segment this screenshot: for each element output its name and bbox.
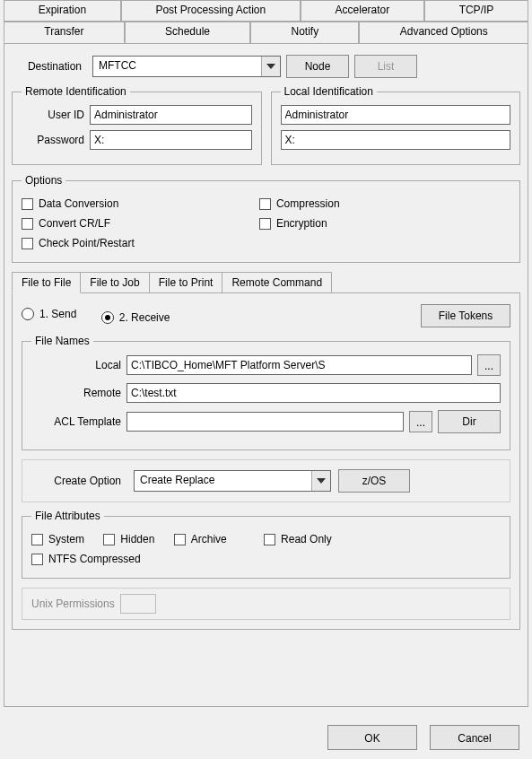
attr-hidden-checkbox[interactable]: Hidden	[103, 533, 154, 545]
create-option-label: Create Option	[31, 475, 126, 487]
encryption-label: Encryption	[276, 217, 327, 230]
attr-system-checkbox[interactable]: System	[31, 533, 84, 545]
attr-readonly-label: Read Only	[281, 533, 332, 545]
tab-row-upper: Expiration Post Processing Action Accele…	[4, 0, 528, 22]
dir-button[interactable]: Dir	[438, 410, 501, 433]
tab-advanced-options[interactable]: Advanced Options	[359, 22, 528, 43]
attr-readonly-checkbox[interactable]: Read Only	[264, 533, 332, 545]
tab-transfer[interactable]: Transfer	[4, 22, 125, 43]
local-password-input[interactable]	[281, 130, 511, 150]
acl-template-input[interactable]	[126, 412, 404, 432]
cancel-button[interactable]: Cancel	[430, 725, 519, 750]
remote-userid-input[interactable]	[90, 105, 252, 125]
identification-group: Remote Identification User ID Password L…	[12, 85, 520, 174]
create-option-value: Create Replace	[135, 471, 311, 491]
local-userid-input[interactable]	[281, 105, 511, 125]
remote-userid-label: User ID	[22, 109, 90, 121]
remote-password-input[interactable]	[90, 130, 252, 150]
subtab-file-to-print[interactable]: File to Print	[149, 272, 223, 293]
attr-archive-label: Archive	[191, 533, 227, 545]
acl-template-label: ACL Template	[31, 415, 121, 428]
destination-value: MFTCC	[93, 57, 261, 76]
acl-template-browse-button[interactable]: ...	[409, 411, 432, 432]
checkpoint-label: Check Point/Restart	[39, 237, 135, 249]
file-to-file-panel: 1. Send 2. Receive File Tokens File Name…	[12, 292, 520, 630]
ok-button[interactable]: OK	[327, 725, 417, 750]
local-id-legend: Local Identification	[281, 85, 377, 98]
tab-tcpip[interactable]: TCP/IP	[424, 0, 528, 22]
tab-row-lower: Transfer Schedule Notify Advanced Option…	[4, 22, 528, 43]
attr-ntfs-label: NTFS Compressed	[48, 553, 141, 565]
receive-radio-label: 2. Receive	[119, 311, 170, 324]
node-button[interactable]: Node	[286, 55, 349, 78]
transfer-dialog: { "tabs_row1": ["Expiration", "Post Proc…	[0, 0, 532, 759]
attr-ntfs-checkbox[interactable]: NTFS Compressed	[31, 553, 141, 565]
local-file-label: Local	[31, 359, 121, 371]
send-radio[interactable]: 1. Send	[22, 308, 76, 320]
file-names-fieldset: File Names Local ... Remote ACL Template…	[22, 335, 510, 450]
remote-id-legend: Remote Identification	[22, 85, 130, 98]
chevron-down-icon[interactable]	[261, 57, 280, 76]
file-attributes-fieldset: File Attributes System Hidden Archive Re…	[22, 510, 510, 579]
zos-button[interactable]: z/OS	[338, 469, 410, 493]
checkpoint-checkbox[interactable]: Check Point/Restart	[22, 237, 135, 249]
tab-accelerator[interactable]: Accelerator	[301, 0, 424, 22]
subtab-remote-command[interactable]: Remote Command	[222, 272, 332, 293]
compression-checkbox[interactable]: Compression	[259, 197, 340, 210]
attr-system-label: System	[48, 533, 84, 545]
subtab-file-to-job[interactable]: File to Job	[80, 272, 149, 293]
unix-permissions-input	[120, 594, 156, 614]
file-tokens-button[interactable]: File Tokens	[421, 304, 510, 327]
tab-expiration[interactable]: Expiration	[4, 0, 121, 22]
transfer-panel: Destination MFTCC Node List Remote Ident…	[4, 43, 528, 707]
attr-archive-checkbox[interactable]: Archive	[174, 533, 227, 545]
remote-identification-fieldset: Remote Identification User ID Password	[12, 85, 262, 165]
attr-hidden-label: Hidden	[120, 533, 154, 545]
send-radio-label: 1. Send	[39, 308, 76, 320]
remote-file-label: Remote	[31, 387, 121, 399]
destination-combo[interactable]: MFTCC	[92, 56, 281, 77]
chevron-down-icon[interactable]	[311, 471, 330, 491]
file-names-legend: File Names	[31, 335, 93, 347]
options-fieldset: Options Data Conversion Convert CR/LF Ch…	[12, 174, 520, 263]
local-file-input[interactable]	[126, 355, 472, 375]
options-legend: Options	[22, 174, 65, 187]
encryption-checkbox[interactable]: Encryption	[259, 217, 327, 230]
create-option-combo[interactable]: Create Replace	[134, 470, 331, 492]
tab-schedule[interactable]: Schedule	[125, 22, 251, 43]
file-attributes-legend: File Attributes	[31, 510, 104, 522]
compression-label: Compression	[276, 197, 340, 210]
local-identification-fieldset: Local Identification	[271, 85, 521, 165]
tab-notify[interactable]: Notify	[250, 22, 359, 43]
remote-password-label: Password	[22, 134, 90, 146]
list-button: List	[354, 55, 417, 78]
dialog-footer: OK Cancel	[327, 725, 519, 750]
subtab-bar: File to File File to Job File to Print R…	[12, 272, 520, 293]
unix-permissions-box: Unix Permissions	[22, 588, 510, 620]
data-conversion-checkbox[interactable]: Data Conversion	[22, 197, 118, 210]
remote-file-input[interactable]	[126, 383, 501, 403]
convert-crlf-checkbox[interactable]: Convert CR/LF	[22, 217, 110, 230]
destination-label: Destination	[12, 60, 87, 73]
convert-crlf-label: Convert CR/LF	[39, 217, 110, 230]
data-conversion-label: Data Conversion	[39, 197, 118, 210]
local-file-browse-button[interactable]: ...	[477, 354, 501, 376]
tab-post-processing[interactable]: Post Processing Action	[121, 0, 301, 22]
subtab-file-to-file[interactable]: File to File	[12, 272, 81, 293]
unix-permissions-label: Unix Permissions	[31, 598, 115, 610]
destination-row: Destination MFTCC Node List	[12, 55, 520, 78]
receive-radio[interactable]: 2. Receive	[101, 311, 170, 324]
